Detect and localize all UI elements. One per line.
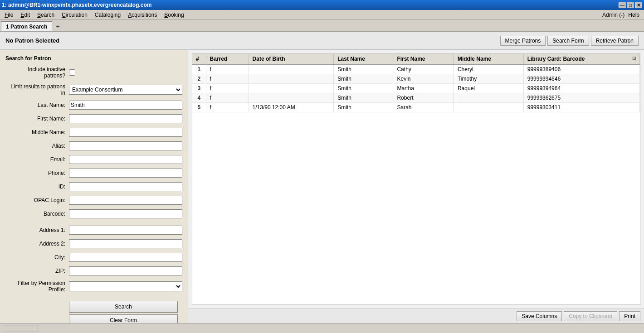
cell-middle-name: Timothy bbox=[454, 74, 523, 84]
content-area: Search for Patron Include inactive patro… bbox=[0, 50, 644, 323]
tabbar: 1 Patron Search + bbox=[0, 20, 644, 32]
last-name-input[interactable] bbox=[69, 101, 182, 110]
search-panel: Search for Patron Include inactive patro… bbox=[0, 50, 188, 323]
close-button[interactable]: ✕ bbox=[635, 2, 642, 8]
first-name-input[interactable] bbox=[69, 114, 182, 123]
city-input[interactable] bbox=[69, 253, 182, 262]
table-row[interactable]: 5 f 1/13/90 12:00 AM Smith Sarah 9999930… bbox=[192, 103, 640, 112]
limit-results-select[interactable]: Example Consortium bbox=[69, 85, 182, 95]
address1-label: Address 1: bbox=[5, 227, 69, 233]
cell-first-name: Kevin bbox=[393, 74, 454, 84]
first-name-label: First Name: bbox=[5, 116, 69, 122]
phone-row: Phone: bbox=[5, 169, 182, 178]
cell-middle-name bbox=[454, 103, 523, 112]
barcode-label: Barcode: bbox=[5, 211, 69, 217]
cell-num: 5 bbox=[192, 103, 206, 112]
alias-input[interactable] bbox=[69, 141, 182, 150]
cell-last-name: Smith bbox=[334, 103, 393, 112]
email-row: Email: bbox=[5, 155, 182, 164]
col-first-name[interactable]: First Name bbox=[393, 54, 454, 64]
print-button[interactable]: Print bbox=[619, 311, 640, 321]
help-label[interactable]: Help bbox=[628, 12, 639, 18]
menu-edit[interactable]: Edit bbox=[17, 11, 34, 19]
col-last-name[interactable]: Last Name bbox=[334, 54, 393, 64]
cell-first-name: Cathy bbox=[393, 64, 454, 74]
maximize-button[interactable]: □ bbox=[627, 2, 634, 8]
col-library-card[interactable]: Library Card: Barcode ⊡ bbox=[523, 54, 639, 64]
results-panel: # Barred Date of Birth Last Name First N… bbox=[188, 50, 644, 323]
first-name-row: First Name: bbox=[5, 114, 182, 123]
status-panel-main bbox=[2, 325, 38, 332]
email-label: Email: bbox=[5, 156, 69, 163]
address2-input[interactable] bbox=[69, 239, 182, 248]
search-form-button[interactable]: Search Form bbox=[547, 36, 589, 46]
permission-profile-row: Filter by Permission Profile: bbox=[5, 280, 182, 293]
col-barred[interactable]: Barred bbox=[206, 54, 249, 64]
opac-login-label: OPAC Login: bbox=[5, 197, 69, 203]
zip-row: ZIP: bbox=[5, 266, 182, 275]
alias-row: Alias: bbox=[5, 141, 182, 150]
id-input[interactable] bbox=[69, 182, 182, 191]
address1-input[interactable] bbox=[69, 226, 182, 235]
results-table: # Barred Date of Birth Last Name First N… bbox=[192, 54, 640, 112]
id-label: ID: bbox=[5, 183, 69, 190]
middle-name-input[interactable] bbox=[69, 128, 182, 137]
copy-clipboard-button[interactable]: Copy to Clipboard bbox=[564, 311, 617, 321]
cell-middle-name: Cheryl bbox=[454, 64, 523, 74]
phone-input[interactable] bbox=[69, 169, 182, 178]
form-actions: Search Clear Form bbox=[5, 301, 182, 323]
menu-circulation[interactable]: Circulation bbox=[58, 11, 91, 19]
header-bar: No Patron Selected Merge Patrons Search … bbox=[0, 32, 644, 50]
menu-file[interactable]: File bbox=[1, 11, 17, 19]
zip-input[interactable] bbox=[69, 266, 182, 275]
menu-acquisitions[interactable]: Acquisitions bbox=[124, 11, 161, 19]
email-input[interactable] bbox=[69, 155, 182, 164]
cell-last-name: Smith bbox=[334, 93, 393, 103]
cell-dob bbox=[249, 74, 334, 84]
titlebar-title: 1: admin@BR1-winxpvmfx.phasefx.evergreen… bbox=[2, 2, 151, 8]
city-label: City: bbox=[5, 254, 69, 261]
table-row[interactable]: 1 f Smith Cathy Cheryl 99999389406 bbox=[192, 64, 640, 74]
table-row[interactable]: 2 f Smith Kevin Timothy 99999394646 bbox=[192, 74, 640, 84]
opac-login-input[interactable] bbox=[69, 196, 182, 205]
permission-profile-select[interactable] bbox=[69, 281, 182, 291]
barcode-input[interactable] bbox=[69, 209, 182, 218]
opac-login-row: OPAC Login: bbox=[5, 196, 182, 205]
barcode-row: Barcode: bbox=[5, 209, 182, 218]
cell-barcode: 99999389406 bbox=[523, 64, 639, 74]
include-inactive-checkbox[interactable] bbox=[69, 69, 75, 76]
cell-barred: f bbox=[206, 74, 249, 84]
zip-label: ZIP: bbox=[5, 268, 69, 274]
cell-num: 3 bbox=[192, 84, 206, 93]
cell-barcode: 99999394964 bbox=[523, 84, 639, 93]
table-row[interactable]: 3 f Smith Martha Raquel 99999394964 bbox=[192, 84, 640, 93]
cell-last-name: Smith bbox=[334, 74, 393, 84]
bottom-bar: Save Columns Copy to Clipboard Print bbox=[188, 309, 644, 323]
menubar-right: Admin (-) Help bbox=[602, 12, 643, 18]
retrieve-patron-button[interactable]: Retrieve Patron bbox=[591, 36, 639, 46]
tab-add-button[interactable]: + bbox=[52, 21, 63, 31]
cell-barcode: 99999394646 bbox=[523, 74, 639, 84]
cell-middle-name bbox=[454, 93, 523, 103]
save-columns-button[interactable]: Save Columns bbox=[517, 311, 562, 321]
clear-form-button[interactable]: Clear Form bbox=[69, 314, 178, 323]
col-middle-name[interactable]: Middle Name bbox=[454, 54, 523, 64]
menu-booking[interactable]: Booking bbox=[161, 11, 187, 19]
col-num[interactable]: # bbox=[192, 54, 206, 64]
cell-dob: 1/13/90 12:00 AM bbox=[249, 103, 334, 112]
titlebar: 1: admin@BR1-winxpvmfx.phasefx.evergreen… bbox=[0, 0, 644, 10]
menu-cataloging[interactable]: Cataloging bbox=[91, 11, 124, 19]
no-patron-label: No Patron Selected bbox=[5, 37, 59, 44]
cell-barred: f bbox=[206, 64, 249, 74]
minimize-button[interactable]: — bbox=[619, 2, 626, 8]
col-dob[interactable]: Date of Birth bbox=[249, 54, 334, 64]
search-button[interactable]: Search bbox=[69, 301, 178, 313]
menu-search[interactable]: Search bbox=[34, 11, 58, 19]
table-row[interactable]: 4 f Smith Robert 99999362675 bbox=[192, 93, 640, 103]
admin-label[interactable]: Admin (-) bbox=[602, 12, 624, 18]
cell-last-name: Smith bbox=[334, 84, 393, 93]
tab-patron-search[interactable]: 1 Patron Search bbox=[1, 21, 52, 31]
cell-barred: f bbox=[206, 84, 249, 93]
cell-barcode: 99999362675 bbox=[523, 93, 639, 103]
merge-patrons-button[interactable]: Merge Patrons bbox=[500, 36, 546, 46]
